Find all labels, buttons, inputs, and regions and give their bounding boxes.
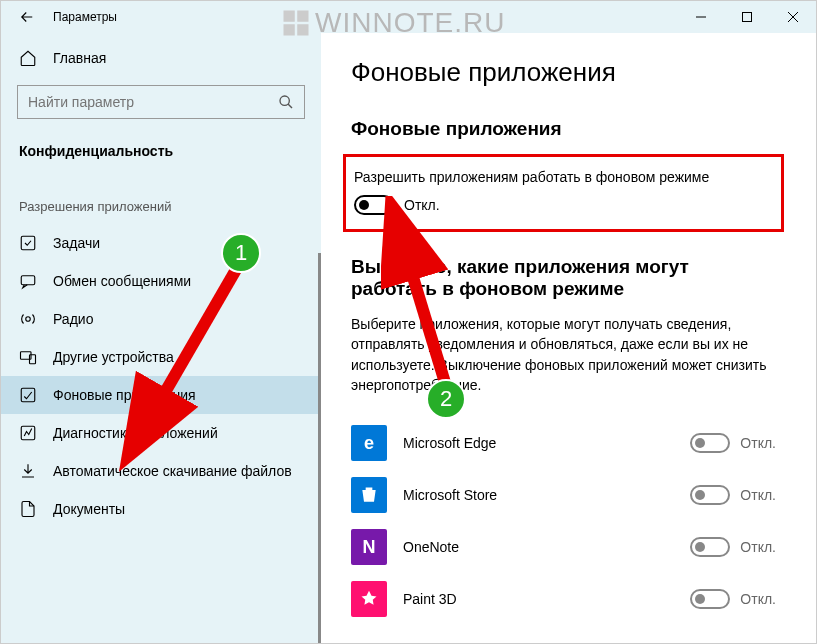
sidebar-item-label: Фоновые приложения [53,387,196,403]
sidebar-home[interactable]: Главная [1,41,321,81]
sidebar-item-messaging[interactable]: Обмен сообщениями [1,262,321,300]
app-icon: N [351,529,387,565]
tasks-icon [19,234,37,252]
main-content: Фоновые приложения Фоновые приложения Ра… [321,33,816,643]
app-toggle-state: Откл. [740,435,776,451]
app-row: Paint 3D Откл. [351,573,776,625]
app-toggle[interactable] [690,485,730,505]
master-toggle-label: Разрешить приложениям работать в фоновом… [354,169,773,185]
sidebar-item-label: Задачи [53,235,100,251]
window-title: Параметры [53,10,117,24]
app-toggle[interactable] [690,433,730,453]
app-name: OneNote [403,539,674,555]
svg-rect-10 [21,236,35,250]
highlighted-setting: Разрешить приложениям работать в фоновом… [343,154,784,232]
sidebar-item-tasks[interactable]: Задачи [1,224,321,262]
minimize-button[interactable] [678,1,724,33]
svg-rect-11 [21,276,35,285]
radio-icon [19,310,37,328]
app-toggle-state: Откл. [740,591,776,607]
svg-rect-15 [21,388,35,402]
section-heading: Фоновые приложения [351,118,776,140]
sidebar-item-radio[interactable]: Радио [1,300,321,338]
maximize-button[interactable] [724,1,770,33]
app-row: N OneNote Откл. [351,521,776,573]
sidebar-item-label: Автоматическое скачивание файлов [53,463,292,479]
back-button[interactable] [17,7,37,27]
close-button[interactable] [770,1,816,33]
sidebar-item-other-devices[interactable]: Другие устройства [1,338,321,376]
search-input[interactable] [28,94,278,110]
download-icon [19,462,37,480]
diagnostics-icon [19,424,37,442]
messaging-icon [19,272,37,290]
app-row: e Microsoft Edge Откл. [351,417,776,469]
background-apps-icon [19,386,37,404]
annotation-badge-1: 1 [221,233,261,273]
home-icon [19,49,37,67]
sidebar-item-documents[interactable]: Документы [1,490,321,528]
master-toggle-state: Откл. [404,197,440,213]
sidebar-item-label: Обмен сообщениями [53,273,191,289]
app-icon: e [351,425,387,461]
app-icon [351,477,387,513]
sidebar-item-label: Радио [53,311,93,327]
sidebar-item-label: Документы [53,501,125,517]
search-box[interactable] [17,85,305,119]
app-toggle[interactable] [690,537,730,557]
sidebar: Главная Конфиденциальность Разрешения пр… [1,33,321,643]
sidebar-subheading: Разрешения приложений [1,175,321,224]
sidebar-item-background-apps[interactable]: Фоновые приложения [1,376,321,414]
app-toggle-state: Откл. [740,487,776,503]
sidebar-item-app-diagnostics[interactable]: Диагностика приложений [1,414,321,452]
app-toggle[interactable] [690,589,730,609]
sidebar-item-label: Диагностика приложений [53,425,218,441]
master-toggle[interactable] [354,195,394,215]
sidebar-item-auto-downloads[interactable]: Автоматическое скачивание файлов [1,452,321,490]
app-toggle-state: Откл. [740,539,776,555]
app-name: Microsoft Edge [403,435,674,451]
search-icon [278,94,294,110]
app-row: Microsoft Store Откл. [351,469,776,521]
svg-rect-5 [743,13,752,22]
section-description: Выберите приложения, которые могут получ… [351,314,771,395]
page-title: Фоновые приложения [351,57,776,88]
documents-icon [19,500,37,518]
app-name: Microsoft Store [403,487,674,503]
annotation-badge-2: 2 [426,379,466,419]
app-icon [351,581,387,617]
devices-icon [19,348,37,366]
sidebar-item-label: Главная [53,50,106,66]
svg-point-8 [280,96,289,105]
sidebar-item-label: Другие устройства [53,349,174,365]
app-name: Paint 3D [403,591,674,607]
svg-point-12 [26,317,31,322]
svg-line-9 [288,104,292,108]
titlebar: Параметры [1,1,816,33]
section-heading: Выберите, какие приложения могут работат… [351,256,776,300]
sidebar-category: Конфиденциальность [1,133,321,175]
